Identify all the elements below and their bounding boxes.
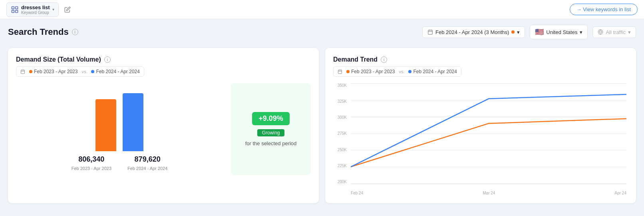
trend-legend-item1: Feb 2023 - Apr 2023	[346, 69, 395, 74]
traffic-label: All traffic	[606, 29, 626, 35]
country-label: United States	[546, 29, 577, 35]
main-content: Demand Size (Total Volume) i Feb 2023 - …	[0, 43, 644, 211]
search-trends-info-icon[interactable]: i	[72, 29, 78, 35]
bar-blue	[123, 93, 143, 151]
bar-label-2: Feb 2024 - Apr 2024	[127, 166, 167, 171]
trend-blue-dot	[408, 70, 411, 73]
trend-legend-item2: Feb 2024 - Apr 2024	[408, 69, 457, 74]
x-label-feb24: Feb 24	[351, 191, 363, 195]
section-header: Search Trends i Feb 2024 - Apr 2024 (3 M…	[0, 19, 644, 43]
keyword-group-title: dresses list	[21, 4, 50, 10]
svg-rect-13	[338, 70, 342, 74]
section-title-row: Search Trends i	[8, 27, 78, 37]
date-range-chevron: ▾	[517, 29, 520, 35]
trend-vs-text: vs.	[399, 69, 404, 74]
date-range-filter[interactable]: Feb 2024 - Apr 2024 (3 Months) ▾	[422, 26, 525, 38]
bar-values-row: 806,340 Feb 2023 - Apr 2023 879,620 Feb …	[72, 155, 168, 171]
demand-trend-card: Demand Trend i Feb 2023 - Apr 2023 vs. F…	[325, 48, 636, 203]
bar-value-group-2: 879,620 Feb 2024 - Apr 2024	[127, 155, 167, 171]
bar-group-2	[123, 93, 143, 151]
keyword-group-badge[interactable]: dresses list Keyword Group ▾	[6, 2, 59, 17]
svg-rect-1	[16, 6, 18, 9]
country-filter[interactable]: 🇺🇸 United States ▾	[530, 25, 588, 39]
date-range-label: Feb 2024 - Apr 2024 (3 Months)	[435, 29, 509, 35]
trend-orange-dot	[346, 70, 350, 73]
svg-rect-4	[428, 30, 433, 34]
demand-size-card: Demand Size (Total Volume) i Feb 2023 - …	[8, 48, 319, 203]
calendar-small-icon	[20, 69, 25, 74]
orange-trend-line	[351, 119, 626, 167]
y-label-300k: 300K	[338, 115, 347, 120]
demand-size-legend: Feb 2023 - Apr 2023 vs. Feb 2024 - Apr 2…	[16, 66, 144, 77]
chevron-down-icon: ▾	[52, 7, 54, 12]
demand-trend-title: Demand Trend	[333, 56, 378, 63]
traffic-chevron: ▾	[628, 29, 631, 35]
growth-area: +9.09% Growing for the selected period	[231, 83, 311, 175]
us-flag-icon: 🇺🇸	[535, 28, 544, 36]
bars-container	[95, 87, 143, 151]
bar-value-1: 806,340	[78, 155, 104, 164]
demand-size-title-row: Demand Size (Total Volume) i	[16, 56, 311, 63]
comparison-dot	[511, 30, 515, 34]
svg-rect-3	[16, 10, 18, 12]
country-chevron: ▾	[580, 29, 582, 35]
y-label-350k: 350K	[338, 83, 347, 88]
legend-date1: Feb 2023 - Apr 2023	[34, 69, 78, 74]
keyword-group-sub: Keyword Group	[21, 10, 50, 15]
keyword-group-text: dresses list Keyword Group	[21, 4, 50, 15]
y-label-225k: 225K	[338, 164, 347, 168]
svg-rect-9	[21, 70, 25, 74]
x-axis-labels: Feb 24 Mar 24 Apr 24	[351, 186, 626, 195]
chart-inner	[351, 83, 626, 184]
edit-icon[interactable]	[62, 4, 73, 15]
page-title: Search Trends	[8, 27, 69, 37]
bar-group-1	[95, 99, 116, 151]
svg-rect-2	[12, 10, 14, 12]
y-axis-labels: 350K 325K 300K 275K 250K 225K 200K	[333, 83, 349, 184]
trend-legend-date1: Feb 2023 - Apr 2023	[351, 69, 395, 74]
demand-trend-legend: Feb 2023 - Apr 2023 vs. Feb 2024 - Apr 2…	[333, 66, 461, 77]
growth-percentage: +9.09%	[252, 112, 290, 125]
filters-row: Feb 2024 - Apr 2024 (3 Months) ▾ 🇺🇸 Unit…	[422, 25, 636, 39]
view-keywords-button[interactable]: → View keywords in list	[570, 4, 638, 15]
demand-size-info-icon[interactable]: i	[104, 56, 111, 63]
bar-value-2: 879,620	[135, 155, 161, 164]
bar-value-group-1: 806,340 Feb 2023 - Apr 2023	[72, 155, 111, 171]
blue-trend-line	[351, 94, 626, 167]
y-label-275k: 275K	[338, 131, 347, 136]
traffic-filter[interactable]: All traffic ▾	[592, 26, 636, 38]
bar-label-1: Feb 2023 - Apr 2023	[72, 166, 111, 171]
legend-date2: Feb 2024 - Apr 2024	[96, 69, 139, 74]
calendar-trend-icon	[338, 69, 342, 74]
demand-size-legend-item2: Feb 2024 - Apr 2024	[91, 69, 139, 74]
top-bar-left: dresses list Keyword Group ▾	[6, 2, 73, 17]
bar-orange	[95, 99, 116, 151]
demand-trend-info-icon[interactable]: i	[381, 56, 387, 63]
demand-size-title: Demand Size (Total Volume)	[16, 56, 101, 63]
vs-text: vs.	[81, 69, 87, 74]
y-label-200k: 200K	[338, 180, 347, 184]
demand-size-body: 806,340 Feb 2023 - Apr 2023 879,620 Feb …	[16, 83, 311, 175]
demand-size-legend-item1: Feb 2023 - Apr 2023	[29, 69, 78, 74]
bar-chart-area: 806,340 Feb 2023 - Apr 2023 879,620 Feb …	[16, 83, 223, 175]
trend-legend-date2: Feb 2024 - Apr 2024	[413, 69, 457, 74]
demand-trend-title-row: Demand Trend i	[333, 56, 628, 63]
traffic-icon	[598, 29, 603, 35]
top-bar: dresses list Keyword Group ▾ → View keyw…	[0, 0, 644, 19]
x-label-mar24: Mar 24	[483, 191, 495, 195]
trend-chart-svg	[351, 83, 626, 184]
x-label-apr24: Apr 24	[615, 191, 626, 195]
growth-status: Growing	[257, 129, 285, 136]
keyword-group-icon	[11, 6, 19, 14]
blue-dot	[91, 70, 94, 73]
calendar-icon	[427, 29, 433, 35]
y-label-250k: 250K	[338, 148, 347, 152]
y-label-325k: 325K	[338, 99, 347, 104]
growth-description: for the selected period	[245, 140, 297, 146]
svg-rect-0	[12, 6, 14, 9]
chart-area: 350K 325K 300K 275K 250K 225K 200K	[333, 83, 628, 195]
orange-dot	[29, 70, 32, 73]
